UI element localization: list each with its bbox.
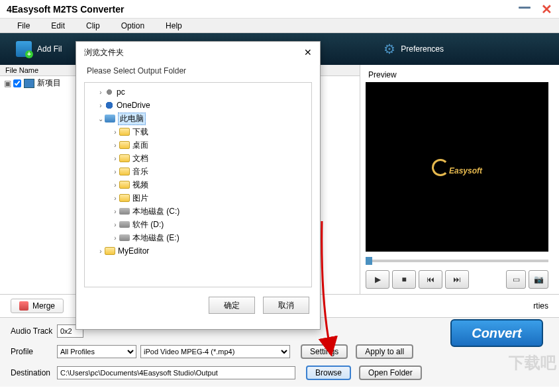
folder-icon xyxy=(119,181,130,189)
brand-logo: Easysoft xyxy=(432,156,482,178)
video-file-icon xyxy=(24,79,34,88)
cloud-icon xyxy=(105,102,114,109)
titlebar-actions: ✕ xyxy=(519,1,552,17)
file-name: 新项目 xyxy=(37,77,61,89)
playback-controls: ▶ ■ ⏮ ⏭ ▭ 📷 xyxy=(366,270,548,289)
profile-select[interactable]: iPod Video MPEG-4 (*.mp4) xyxy=(140,345,290,358)
user-icon xyxy=(105,87,114,97)
title-bar: 4Easysoft M2TS Converter ✕ xyxy=(0,0,559,19)
folder-icon xyxy=(119,128,130,136)
menu-clip[interactable]: Clip xyxy=(76,20,111,32)
gear-icon: ⚙ xyxy=(383,41,395,57)
tree-item-pictures[interactable]: ›图片 xyxy=(85,191,311,205)
menu-file[interactable]: File xyxy=(7,20,40,32)
tree-item-drive-e[interactable]: ›本地磁盘 (E:) xyxy=(85,231,311,244)
drive-icon xyxy=(119,208,130,215)
convert-button[interactable]: Convert xyxy=(450,319,543,347)
window-title: 4Easysoft M2TS Converter xyxy=(7,4,124,15)
main-window: 4Easysoft M2TS Converter ✕ File Edit Cli… xyxy=(0,0,559,392)
menu-bar: File Edit Clip Option Help xyxy=(0,19,559,33)
add-file-icon xyxy=(16,41,32,57)
add-file-label: Add Fil xyxy=(37,44,62,54)
prev-button[interactable]: ⏮ xyxy=(419,270,442,289)
tree-item-onedrive[interactable]: ›OneDrive xyxy=(85,99,311,112)
dialog-button-row: 确定 取消 xyxy=(76,287,320,323)
watermark: 下载吧 xyxy=(509,352,556,373)
preview-video: Easysoft xyxy=(366,82,548,252)
tree-item-this-pc[interactable]: ⌄此电脑 xyxy=(85,112,311,125)
folder-icon xyxy=(105,247,115,255)
apply-all-button[interactable]: Apply to all xyxy=(356,344,413,359)
dialog-close-icon[interactable]: ✕ xyxy=(304,47,312,58)
expand-icon[interactable]: ▣ xyxy=(4,79,11,88)
add-file-button[interactable]: Add Fil xyxy=(7,41,71,57)
tree-item-music[interactable]: ›音乐 xyxy=(85,165,311,178)
folder-icon xyxy=(119,154,130,162)
menu-help[interactable]: Help xyxy=(155,20,193,32)
stop-button[interactable]: ■ xyxy=(392,270,416,289)
fullscreen-button[interactable]: ▭ xyxy=(506,270,526,289)
folder-icon xyxy=(119,168,130,175)
seek-slider[interactable] xyxy=(366,256,548,266)
folder-icon xyxy=(119,141,130,149)
audio-track-label: Audio Track xyxy=(11,326,57,336)
browse-folder-dialog: 浏览文件夹 ✕ Please Select Output Folder ›pc … xyxy=(76,41,321,330)
merge-button[interactable]: Merge xyxy=(11,299,64,313)
tree-item-drive-d[interactable]: ›软件 (D:) xyxy=(85,218,311,231)
tree-item-myeditor[interactable]: ›MyEditor xyxy=(85,244,311,258)
drive-icon xyxy=(119,234,130,241)
merge-icon xyxy=(19,301,28,311)
tree-item-drive-c[interactable]: ›本地磁盘 (C:) xyxy=(85,205,311,218)
next-button[interactable]: ⏭ xyxy=(445,270,469,289)
profile-label: Profile xyxy=(11,347,57,356)
tree-item-desktop[interactable]: ›桌面 xyxy=(85,138,311,152)
preferences-label: Preferences xyxy=(401,44,444,54)
drive-icon xyxy=(119,221,130,228)
preview-label: Preview xyxy=(366,70,548,79)
dialog-cancel-button[interactable]: 取消 xyxy=(263,297,309,314)
tree-item-user[interactable]: ›pc xyxy=(85,85,311,99)
merge-label: Merge xyxy=(32,301,55,311)
snapshot-button[interactable]: 📷 xyxy=(529,270,548,289)
destination-label: Destination xyxy=(11,368,57,377)
dialog-subtitle: Please Select Output Folder xyxy=(76,64,320,82)
file-checkbox[interactable] xyxy=(13,79,21,87)
menu-edit[interactable]: Edit xyxy=(40,20,76,32)
dialog-ok-button[interactable]: 确定 xyxy=(209,297,255,314)
preferences-button[interactable]: ⚙ Preferences xyxy=(374,41,453,57)
close-icon[interactable]: ✕ xyxy=(541,1,552,17)
settings-button[interactable]: Settings xyxy=(301,344,348,359)
folder-tree[interactable]: ›pc ›OneDrive ⌄此电脑 ›下载 ›桌面 ›文档 ›音乐 ›视频 ›… xyxy=(84,82,312,287)
folder-icon xyxy=(119,194,130,202)
play-button[interactable]: ▶ xyxy=(366,270,389,289)
browse-button[interactable]: Browse xyxy=(306,366,351,380)
tree-item-videos[interactable]: ›视频 xyxy=(85,178,311,191)
open-folder-button[interactable]: Open Folder xyxy=(359,366,422,380)
preview-panel: Preview Easysoft ▶ ■ ⏮ ⏭ ▭ 📷 xyxy=(360,65,559,294)
pc-icon xyxy=(105,115,115,122)
tree-item-documents[interactable]: ›文档 xyxy=(85,152,311,165)
menu-option[interactable]: Option xyxy=(111,20,155,32)
dialog-titlebar: 浏览文件夹 ✕ xyxy=(76,42,320,64)
dialog-title: 浏览文件夹 xyxy=(84,47,124,58)
minimize-icon[interactable] xyxy=(519,7,531,9)
profile-filter-select[interactable]: All Profiles xyxy=(57,345,136,358)
destination-input[interactable] xyxy=(57,366,295,379)
properties-button[interactable]: rties xyxy=(533,301,548,311)
tree-item-downloads[interactable]: ›下载 xyxy=(85,125,311,138)
